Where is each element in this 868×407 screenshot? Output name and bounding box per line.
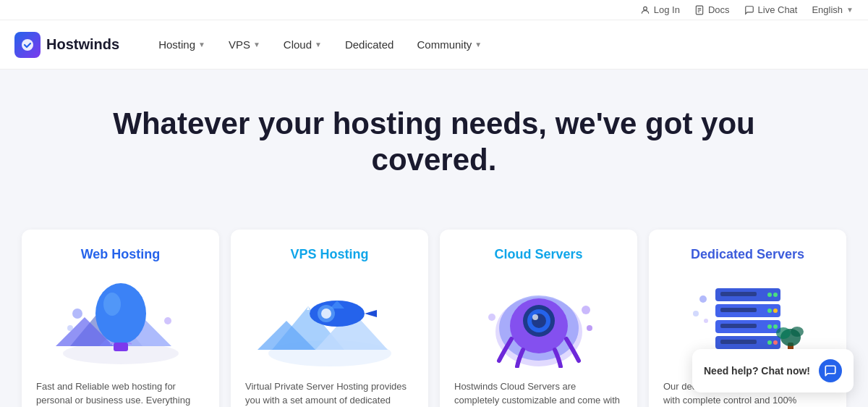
chat-icon [744,5,754,15]
svg-point-31 [321,309,331,319]
dedicated-servers-title: Dedicated Servers [691,247,804,262]
svg-point-5 [22,39,33,51]
svg-point-63 [776,327,791,339]
community-chevron-icon: ▼ [475,41,482,49]
svg-point-66 [693,311,699,316]
svg-point-10 [95,283,146,344]
hero-heading: Whatever your hosting needs, we've got y… [109,106,760,179]
nav-dedicated[interactable]: Dedicated [335,33,404,56]
svg-point-20 [67,325,73,331]
svg-point-53 [767,324,772,329]
web-hosting-desc: Fast and Reliable web hosting for person… [36,379,205,407]
vps-hosting-illustration [258,274,402,368]
svg-point-56 [773,340,778,345]
login-button[interactable]: Log In [640,4,680,15]
cloud-servers-title: Cloud Servers [494,247,582,262]
topbar: Log In Docs Live Chat English ▼ [0,0,868,20]
language-label: English [812,4,843,15]
vps-hosting-card: VPS Hosting [231,230,428,407]
docs-icon [694,5,705,15]
svg-rect-57 [720,292,757,296]
svg-point-42 [582,306,590,314]
livechat-button[interactable]: Live Chat [744,4,798,15]
svg-point-55 [767,340,772,345]
svg-point-65 [699,295,707,303]
cloud-servers-card: Cloud Servers [440,230,637,407]
svg-point-64 [791,327,804,337]
docs-button[interactable]: Docs [694,4,730,15]
chat-widget[interactable]: Need help? Chat now! [692,349,854,393]
nav-community[interactable]: Community ▼ [407,33,492,56]
svg-rect-12 [114,343,128,351]
vps-hosting-desc: Virtual Private Server Hosting provides … [245,379,414,407]
svg-point-43 [488,314,495,321]
chat-widget-label: Need help? Chat now! [704,365,810,377]
web-hosting-card: Web Hosting [22,230,219,407]
livechat-label: Live Chat [758,4,798,15]
web-hosting-illustration [48,274,193,368]
svg-point-50 [773,293,778,297]
svg-marker-28 [365,310,377,317]
svg-point-49 [767,293,772,297]
docs-label: Docs [708,4,730,15]
svg-point-0 [643,7,647,10]
svg-rect-58 [720,308,757,312]
language-selector[interactable]: English ▼ [812,4,854,15]
logo-text: Hostwinds [46,36,119,53]
svg-point-11 [103,293,121,316]
svg-point-41 [532,314,538,320]
nav-links: Hosting ▼ VPS ▼ Cloud ▼ Dedicated Commun… [148,33,492,56]
svg-point-34 [274,291,292,304]
nav-vps[interactable]: VPS ▼ [218,33,271,56]
svg-point-67 [704,319,708,323]
hero-section: Whatever your hosting needs, we've got y… [0,70,868,230]
hosting-chevron-icon: ▼ [198,41,205,49]
login-label: Log In [654,4,680,15]
cloud-servers-desc: Hostwinds Cloud Servers are completely c… [454,379,623,407]
svg-point-52 [773,309,778,313]
svg-point-44 [587,325,592,331]
logo-icon [14,32,41,58]
user-icon [640,5,650,15]
svg-point-19 [72,309,82,319]
nav-cloud[interactable]: Cloud ▼ [273,33,332,56]
vps-chevron-icon: ▼ [253,41,260,49]
cloud-servers-illustration [467,274,611,368]
svg-point-51 [767,309,772,313]
svg-point-18 [164,317,171,324]
svg-point-17 [146,292,161,303]
svg-point-16 [159,290,176,303]
chat-widget-icon [819,359,842,382]
svg-rect-59 [720,324,757,328]
svg-point-54 [773,324,778,329]
svg-rect-60 [720,340,757,344]
vps-hosting-title: VPS Hosting [290,247,368,262]
logo[interactable]: Hostwinds [14,32,119,58]
web-hosting-title: Web Hosting [81,247,161,262]
main-nav: Hostwinds Hosting ▼ VPS ▼ Cloud ▼ Dedica… [0,20,868,70]
language-chevron-icon: ▼ [846,6,854,14]
nav-hosting[interactable]: Hosting ▼ [148,33,216,56]
cloud-chevron-icon: ▼ [315,41,322,49]
